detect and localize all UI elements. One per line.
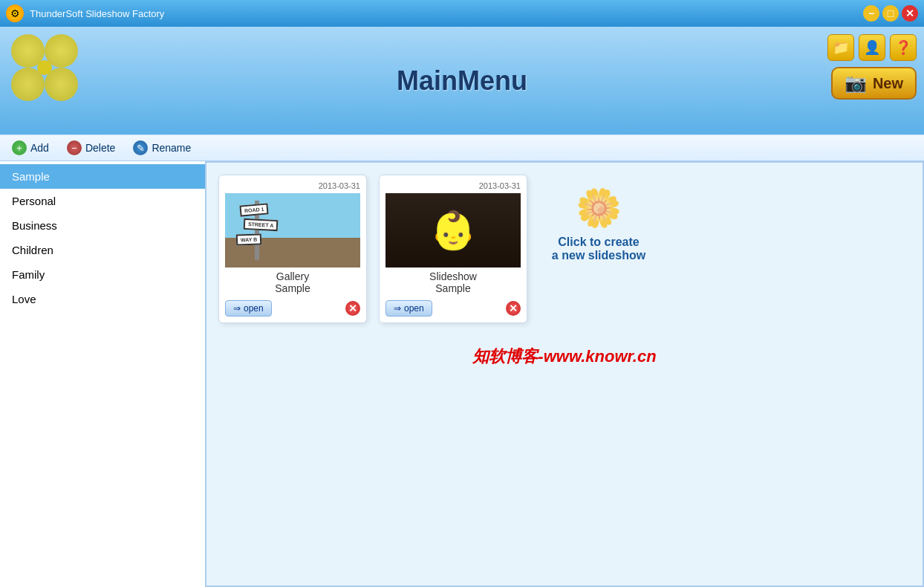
header-icon-group: 📁 👤 ❓ bbox=[827, 34, 917, 61]
slideshow-actions: ⇒ open ✕ bbox=[385, 300, 521, 317]
content-area: 2013-03-31 ROAD 1 STREET A WAY B Gallery… bbox=[206, 161, 924, 587]
gallery-close-button[interactable]: ✕ bbox=[345, 301, 360, 316]
help-icon-button[interactable]: ❓ bbox=[890, 34, 917, 61]
window-controls: − □ ✕ bbox=[863, 5, 918, 22]
gallery-title: GallerySample bbox=[225, 270, 360, 294]
new-slideshow-card[interactable]: 🌼 Click to createa new slideshow bbox=[539, 175, 658, 274]
rename-icon: ✎ bbox=[133, 140, 148, 155]
slideshow-title: SlideshowSample bbox=[385, 270, 521, 294]
folder-icon-button[interactable]: 📁 bbox=[827, 34, 854, 61]
header: MainMenu 📁 👤 ❓ 📷 New bbox=[0, 27, 924, 134]
slideshow-open-label: open bbox=[404, 303, 424, 314]
sidebar: Sample Personal Business Children Family… bbox=[0, 161, 206, 587]
gallery-open-button[interactable]: ⇒ open bbox=[225, 300, 272, 317]
new-slideshow-text: Click to createa new slideshow bbox=[552, 236, 645, 262]
add-label: Add bbox=[30, 142, 49, 154]
gallery-thumbnail: ROAD 1 STREET A WAY B bbox=[225, 193, 360, 267]
open-arrow-icon: ⇒ bbox=[233, 303, 241, 314]
delete-label: Delete bbox=[85, 142, 115, 154]
titlebar: ⚙ ThunderSoft Slideshow Factory − □ ✕ bbox=[0, 0, 924, 27]
new-button-icon: 📷 bbox=[845, 73, 867, 94]
add-icon: + bbox=[12, 140, 27, 155]
slideshow-thumbnail: 👶 bbox=[385, 193, 521, 267]
slideshow-sample-card: 2013-03-31 👶 SlideshowSample ⇒ open ✕ bbox=[379, 175, 527, 323]
maximize-button[interactable]: □ bbox=[882, 5, 899, 22]
gallery-date: 2013-03-31 bbox=[225, 181, 360, 190]
minimize-button[interactable]: − bbox=[863, 5, 879, 22]
open-arrow-icon-2: ⇒ bbox=[394, 303, 401, 314]
gallery-actions: ⇒ open ✕ bbox=[225, 300, 360, 317]
slideshow-date: 2013-03-31 bbox=[385, 181, 521, 190]
slideshow-grid: 2013-03-31 ROAD 1 STREET A WAY B Gallery… bbox=[218, 175, 911, 323]
sidebar-item-love[interactable]: Love bbox=[0, 287, 205, 311]
main-content: Sample Personal Business Children Family… bbox=[0, 161, 924, 587]
new-button[interactable]: 📷 New bbox=[831, 67, 917, 100]
sidebar-item-children[interactable]: Children bbox=[0, 238, 205, 262]
slideshow-close-button[interactable]: ✕ bbox=[506, 301, 521, 316]
close-button[interactable]: ✕ bbox=[902, 5, 918, 22]
delete-button[interactable]: − Delete bbox=[64, 139, 118, 157]
header-actions: 📁 👤 ❓ 📷 New bbox=[827, 34, 917, 100]
delete-icon: − bbox=[67, 140, 82, 155]
user-icon-button[interactable]: 👤 bbox=[859, 34, 885, 61]
gallery-open-label: open bbox=[244, 303, 264, 314]
new-button-label: New bbox=[873, 75, 903, 92]
gallery-sample-card: 2013-03-31 ROAD 1 STREET A WAY B Gallery… bbox=[218, 175, 367, 323]
toolbar: + Add − Delete ✎ Rename bbox=[0, 134, 924, 161]
baby-figure-icon: 👶 bbox=[430, 209, 476, 252]
slideshow-open-button[interactable]: ⇒ open bbox=[385, 300, 432, 317]
titlebar-title: ThunderSoft Slideshow Factory bbox=[30, 8, 857, 19]
app-logo bbox=[7, 30, 89, 112]
rename-label: Rename bbox=[152, 142, 191, 154]
sidebar-item-family[interactable]: Family bbox=[0, 262, 205, 287]
new-slideshow-icon: 🌼 bbox=[576, 187, 622, 230]
sidebar-item-sample[interactable]: Sample bbox=[0, 164, 205, 189]
app-icon: ⚙ bbox=[6, 4, 24, 22]
page-title: MainMenu bbox=[397, 65, 527, 97]
sidebar-item-personal[interactable]: Personal bbox=[0, 189, 205, 213]
rename-button[interactable]: ✎ Rename bbox=[130, 139, 194, 157]
add-button[interactable]: + Add bbox=[9, 139, 52, 157]
watermark-text: 知软博客-www.knowr.cn bbox=[218, 346, 911, 368]
sidebar-item-business[interactable]: Business bbox=[0, 213, 205, 238]
